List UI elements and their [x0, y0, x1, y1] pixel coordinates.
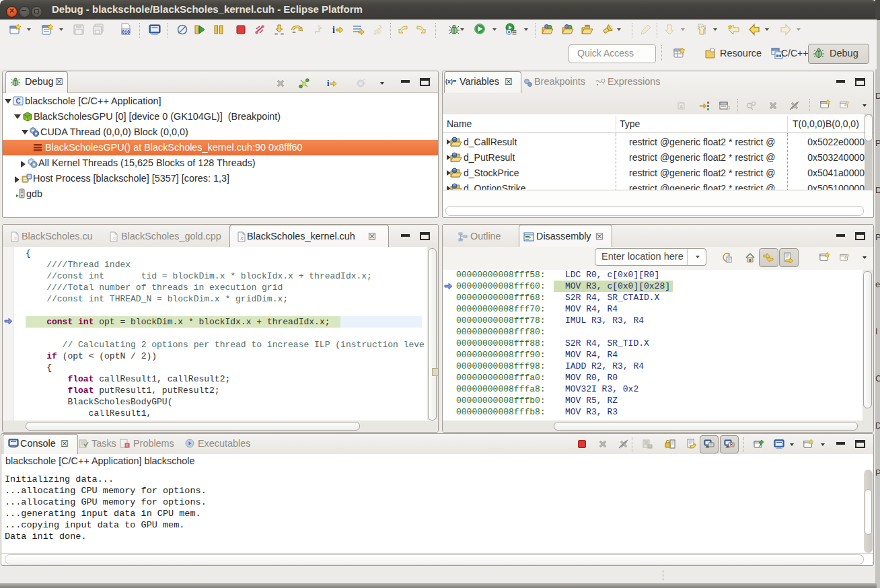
svg-text:!: !	[126, 443, 128, 447]
svg-text:A: A	[680, 104, 683, 109]
svg-text:.c: .c	[240, 235, 244, 240]
svg-text:.c: .c	[112, 235, 116, 240]
svg-text:i: i	[332, 25, 335, 35]
svg-text:i: i	[327, 79, 330, 88]
svg-text:.c: .c	[13, 235, 17, 240]
svg-text:010: 010	[122, 30, 130, 35]
svg-text:C: C	[15, 98, 20, 105]
